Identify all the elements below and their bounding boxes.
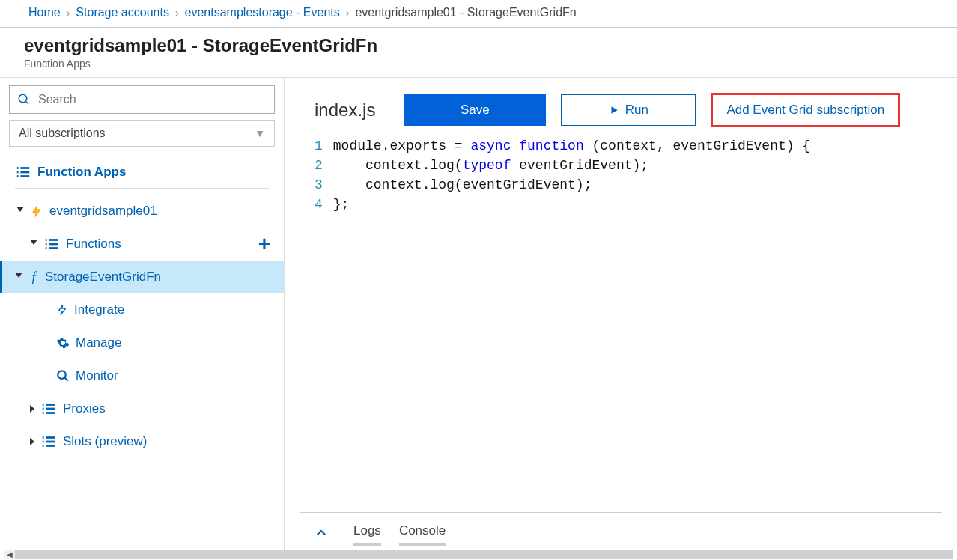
sidebar-item-proxies[interactable]: Proxies [0,392,284,425]
sidebar-item-monitor[interactable]: Monitor [0,359,284,392]
line-number: 1 [315,136,323,156]
sidebar-item-functions[interactable]: Functions + [0,228,284,261]
code-body[interactable]: module.exports = async function (context… [333,136,810,512]
chevron-up-icon[interactable] [315,526,328,544]
save-button[interactable]: Save [404,94,546,126]
breadcrumb-storage-accounts[interactable]: Storage accounts [76,6,169,19]
caret-right-icon [30,405,34,413]
sidebar-item-storageeventgridfn[interactable]: f StorageEventGridFn [0,261,284,293]
tab-console[interactable]: Console [399,523,446,546]
run-label: Run [625,103,648,118]
sidebar-item-label: Manage [76,335,275,350]
page-subtitle: Function Apps [24,58,948,70]
breadcrumb-sep-icon: › [346,7,350,19]
gear-icon [56,336,70,350]
list-icon [15,164,31,180]
add-event-grid-subscription-link[interactable]: Add Event Grid subscription [726,103,884,118]
sidebar-item-label: Functions [66,237,252,252]
caret-down-icon [30,240,37,249]
file-name: index.js [315,100,375,121]
run-button[interactable]: Run [561,94,696,126]
breadcrumb-home[interactable]: Home [28,6,61,19]
add-event-grid-subscription-highlight: Add Event Grid subscription [711,93,900,127]
sidebar-item-label: Integrate [74,302,275,317]
subscriptions-dropdown[interactable]: All subscriptions ▼ [9,120,275,147]
breadcrumb-current: eventgridsample01 - StorageEventGridFn [355,6,576,19]
sidebar-item-app[interactable]: eventgridsample01 [0,195,284,228]
plus-icon[interactable]: + [258,232,270,256]
caret-right-icon [30,438,34,445]
svg-point-0 [19,94,27,103]
search-icon [17,93,31,106]
sidebar: All subscriptions ▼ Function Apps eventg… [0,78,285,556]
toolbar: index.js Save Run Add Event Grid subscri… [285,93,957,136]
caret-down-icon [15,273,22,281]
list-icon [43,236,60,252]
title-bar: eventgridsample01 - StorageEventGridFn F… [0,28,957,77]
page-title: eventgridsample01 - StorageEventGridFn [24,35,948,56]
list-icon [40,433,57,450]
lightning-icon [56,304,68,316]
subscriptions-label: All subscriptions [19,127,106,140]
sidebar-item-manage[interactable]: Manage [0,326,284,359]
search-input[interactable] [38,93,267,106]
line-number: 4 [315,195,323,214]
line-number: 3 [315,175,323,195]
sidebar-item-label: Monitor [76,368,275,383]
scrollbar-thumb[interactable] [15,550,953,559]
breadcrumb: Home › Storage accounts › eventsamplesto… [0,0,957,28]
tab-logs[interactable]: Logs [353,523,381,546]
svg-point-14 [58,371,66,379]
play-icon [609,105,619,115]
chevron-down-icon: ▼ [255,127,265,139]
svg-line-15 [64,377,68,381]
breadcrumb-events[interactable]: eventsamplestorage - Events [185,6,340,19]
code-editor[interactable]: 1 2 3 4 module.exports = async function … [285,136,957,512]
sidebar-item-label: eventgridsample01 [49,204,275,219]
sidebar-item-slots[interactable]: Slots (preview) [0,425,284,458]
main-panel: index.js Save Run Add Event Grid subscri… [285,78,957,556]
function-f-icon: f [28,270,39,285]
sidebar-item-integrate[interactable]: Integrate [0,293,284,326]
breadcrumb-sep-icon: › [175,7,179,19]
line-gutter: 1 2 3 4 [315,136,333,512]
list-icon [40,401,57,417]
line-number: 2 [315,156,323,175]
sidebar-item-function-apps[interactable]: Function Apps [15,156,269,189]
lightning-icon [30,204,43,218]
search-box[interactable] [9,85,275,114]
sidebar-item-label: Proxies [63,401,275,416]
search-icon [56,369,70,383]
scroll-left-icon[interactable]: ◀ [4,550,15,559]
horizontal-scrollbar[interactable]: ◀ [4,550,953,559]
sidebar-item-label: StorageEventGridFn [45,270,275,284]
svg-line-1 [25,101,28,104]
sidebar-item-label: Function Apps [37,165,260,180]
caret-down-icon [16,207,24,216]
sidebar-tree: Function Apps eventgridsample01 Function… [0,151,284,556]
breadcrumb-sep-icon: › [67,7,70,19]
scrollbar-track[interactable] [15,550,953,559]
sidebar-item-label: Slots (preview) [63,434,275,449]
